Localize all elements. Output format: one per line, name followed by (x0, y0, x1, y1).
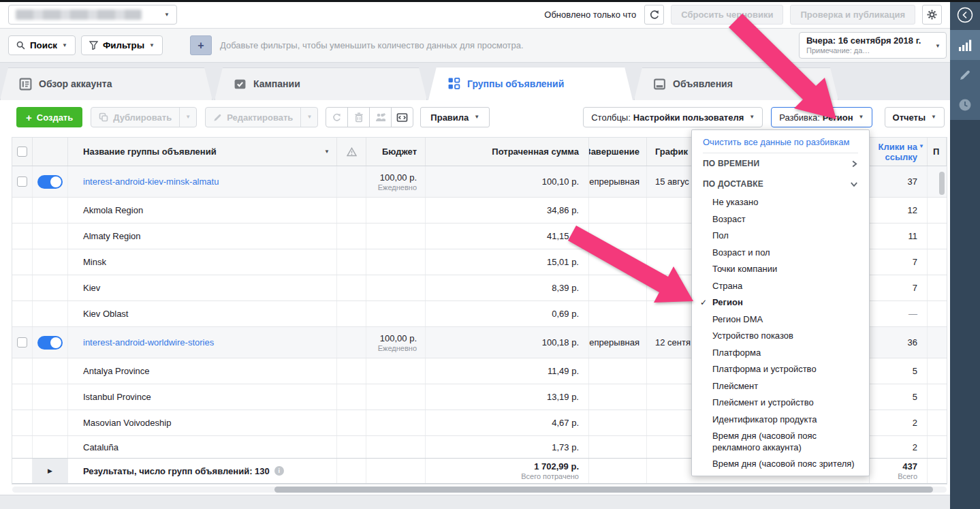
table-cell: — (870, 301, 928, 326)
collapse-panel-button[interactable] (950, 0, 980, 30)
table-cell (366, 249, 426, 275)
select-all-checkbox[interactable] (17, 146, 27, 157)
reports-button[interactable]: Отчеты ▼ (885, 107, 945, 127)
spent-value: 100,10 р. (542, 176, 579, 187)
rules-button[interactable]: Правила ▼ (420, 107, 490, 127)
table-cell (337, 166, 366, 197)
adset-toggle[interactable] (37, 175, 63, 189)
clear-breakdowns-link[interactable]: Очистить все данные по разбивкам (692, 130, 869, 153)
menu-item[interactable]: Точки компании (692, 261, 869, 278)
menu-item[interactable]: Не указано (692, 194, 869, 211)
pixel-icon (396, 112, 408, 123)
menu-item[interactable]: Платформа и устройство (692, 361, 869, 378)
review-publish-button[interactable]: Проверка и публикация (790, 5, 915, 25)
header-ending[interactable]: Завершение (589, 138, 647, 166)
menu-section-by-time[interactable]: ПО ВРЕМЕНИ (692, 153, 869, 174)
window-top-edge (0, 0, 980, 2)
row-checkbox[interactable] (17, 337, 27, 348)
date-range-picker[interactable]: Вчера: 16 сентября 2018 г. Примечание: д… (799, 32, 947, 59)
header-budget[interactable]: Бюджет (366, 138, 426, 166)
horizontal-scrollbar[interactable] (12, 487, 947, 493)
table-cell (366, 301, 426, 326)
breakdown-button[interactable]: Разбивка: Регион ▼ (771, 107, 872, 127)
tab-label: Обзор аккаунта (39, 78, 112, 89)
menu-item[interactable]: Платформа (692, 345, 869, 362)
refresh-button[interactable] (644, 5, 664, 25)
duplicate-menu-caret[interactable]: ▼ (179, 108, 196, 127)
trash-icon (354, 112, 364, 123)
expand-results-button[interactable]: ▶ (33, 459, 68, 483)
header-name[interactable]: Название группы объявлений ▼ (68, 138, 337, 166)
schedule-value: 12 сентя (655, 337, 691, 348)
add-filter-button[interactable]: + (190, 35, 212, 55)
vertical-scrollbar-thumb[interactable] (939, 172, 945, 195)
filters-button[interactable]: Фильтры ▼ (81, 35, 163, 55)
pixel-button[interactable] (391, 107, 413, 127)
header-spent[interactable]: Потраченная сумма (426, 138, 589, 166)
clicks-value: 2 (913, 418, 917, 428)
menu-item[interactable]: Регион DMA (692, 311, 869, 328)
pencil-icon (213, 113, 222, 122)
delete-button[interactable] (347, 107, 370, 127)
menu-item[interactable]: Возраст и пол (692, 245, 869, 262)
menu-item[interactable]: Страна (692, 278, 869, 295)
edit-panel-button[interactable] (950, 60, 980, 90)
tab-account-overview[interactable]: Обзор аккаунта (0, 67, 212, 100)
menu-item[interactable]: Устройство показов (692, 328, 869, 345)
row-checkbox[interactable] (17, 176, 27, 187)
menu-item[interactable]: Плейсмент (692, 378, 869, 395)
table-cell (366, 436, 426, 458)
menu-item-selected[interactable]: ✓ Регион (692, 294, 869, 311)
duplicate-button[interactable]: Дублировать ▼ (91, 107, 197, 127)
header-link-clicks[interactable]: Клики на ссылку ▼ (870, 138, 928, 166)
menu-section-by-delivery[interactable]: ПО ДОСТАВКЕ (692, 174, 869, 194)
table-cell (366, 384, 426, 410)
discard-drafts-button[interactable]: Сбросить черновики (671, 5, 783, 25)
tab-ad-sets[interactable]: Группы объявлений (428, 67, 633, 100)
edit-menu-caret[interactable]: ▼ (300, 108, 317, 127)
performance-charts-button[interactable] (950, 30, 980, 60)
menu-item[interactable]: Пол (692, 228, 869, 245)
search-label: Поиск (30, 40, 57, 50)
menu-item[interactable]: Идентификатор продукта (692, 412, 869, 429)
clicks-value: 5 (913, 366, 917, 376)
menu-item[interactable]: Возраст (692, 211, 869, 228)
table-cell (928, 436, 947, 458)
table-cell (337, 358, 366, 384)
edit-button[interactable]: Редактировать ▼ (205, 107, 318, 127)
menu-item[interactable]: Время дня (часовой пояс зрителя) (692, 456, 869, 473)
search-button[interactable]: Поиск ▼ (8, 35, 76, 55)
header-issues[interactable] (337, 138, 366, 166)
settings-button[interactable] (922, 5, 942, 25)
menu-item[interactable]: Плейсмент и устройство (692, 395, 869, 412)
tab-ads[interactable]: Объявления (634, 67, 838, 100)
filters-label: Фильтры (103, 40, 144, 50)
columns-button[interactable]: Столбцы: Настройки пользователя ▼ (583, 107, 763, 127)
ending-value: Непрерывная (589, 337, 639, 348)
menu-item-label: Регион (712, 297, 743, 307)
clicks-value: 2 (913, 442, 917, 452)
spent-value: 1,73 р. (552, 442, 579, 452)
table-cell (33, 358, 68, 384)
create-button[interactable]: + Создать (16, 107, 82, 127)
spent-value: 100,18 р. (542, 337, 579, 348)
caret-down-icon: ▼ (149, 43, 155, 48)
caret-down-icon: ▼ (474, 114, 479, 120)
spent-value: 41,15 р. (547, 231, 579, 241)
table-cell (12, 166, 33, 197)
menu-item[interactable]: Время дня (часовой пояс рекламного аккау… (692, 428, 869, 456)
split-test-button[interactable] (369, 107, 392, 127)
retry-button[interactable] (326, 107, 348, 127)
history-button[interactable] (950, 90, 980, 120)
tab-campaigns[interactable]: Кампании (215, 67, 427, 100)
table-cell: 11,49 р. (426, 358, 589, 384)
table-cell: Minsk (68, 249, 337, 275)
info-icon[interactable]: i (274, 466, 284, 476)
expand-icon: ▶ (48, 467, 52, 474)
adset-name-link[interactable]: interest-android-kiev-minsk-almatu (83, 176, 219, 187)
adset-name-link[interactable]: interest-android-worldwire-stories (83, 337, 214, 348)
adset-toggle[interactable] (37, 336, 63, 350)
table-cell (589, 459, 647, 483)
horizontal-scrollbar-thumb[interactable] (274, 487, 933, 493)
account-selector[interactable]: ▼ (8, 5, 177, 25)
